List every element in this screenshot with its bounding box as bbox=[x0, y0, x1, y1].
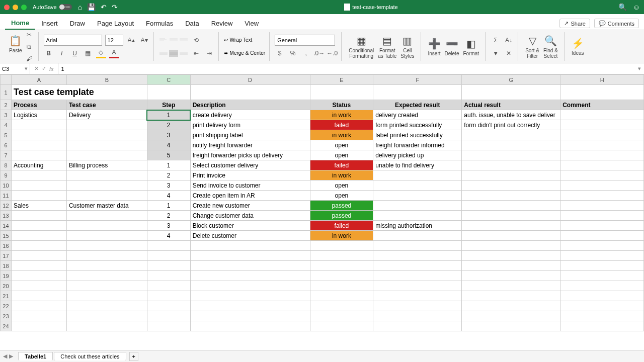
sheet-title[interactable]: Test case template bbox=[11, 85, 147, 100]
cell[interactable] bbox=[373, 201, 462, 211]
table-header[interactable]: Step bbox=[147, 100, 190, 110]
bold-button[interactable]: B bbox=[44, 48, 54, 58]
tab-insert[interactable]: Insert bbox=[35, 18, 64, 29]
redo-icon[interactable]: ↷ bbox=[112, 3, 118, 11]
table-header[interactable]: Status bbox=[310, 100, 373, 110]
row-header[interactable]: 20 bbox=[1, 281, 12, 291]
autosave-toggle[interactable]: AutoSave OFF bbox=[33, 4, 72, 10]
row-header[interactable]: 5 bbox=[1, 130, 12, 140]
cell[interactable] bbox=[66, 211, 147, 221]
cell[interactable]: 3 bbox=[147, 180, 190, 191]
cell[interactable]: 1 bbox=[147, 160, 190, 170]
cell[interactable] bbox=[11, 130, 66, 140]
cell[interactable] bbox=[560, 291, 644, 301]
cell[interactable] bbox=[190, 311, 310, 321]
column-header-G[interactable]: G bbox=[462, 75, 560, 85]
cell[interactable] bbox=[66, 301, 147, 311]
cell[interactable] bbox=[147, 241, 190, 251]
cell[interactable]: 2 bbox=[147, 170, 190, 180]
formula-input[interactable]: 1 bbox=[58, 66, 635, 72]
cell[interactable] bbox=[373, 231, 462, 241]
cell[interactable] bbox=[190, 271, 310, 281]
cell[interactable]: Customer master data bbox=[66, 201, 147, 211]
cell[interactable] bbox=[560, 180, 644, 191]
ideas-button[interactable]: ⚡Ideas bbox=[570, 32, 586, 61]
cell[interactable] bbox=[11, 301, 66, 311]
cell[interactable] bbox=[462, 231, 560, 241]
cell[interactable] bbox=[190, 241, 310, 251]
cell[interactable]: Select customer delivery bbox=[190, 160, 310, 170]
sort-az-icon[interactable]: A↓ bbox=[504, 35, 514, 45]
cell[interactable] bbox=[11, 191, 66, 201]
cell[interactable] bbox=[462, 221, 560, 231]
paste-button[interactable]: 📋Paste bbox=[7, 30, 24, 59]
cell[interactable]: 3 bbox=[147, 130, 190, 140]
cell[interactable] bbox=[560, 311, 644, 321]
status-cell[interactable]: passed bbox=[310, 211, 373, 221]
delete-cells-button[interactable]: ➖Delete bbox=[443, 32, 461, 61]
align-right[interactable] bbox=[179, 50, 188, 57]
align-top-center[interactable] bbox=[169, 37, 178, 44]
tab-view[interactable]: View bbox=[238, 18, 265, 29]
cell[interactable] bbox=[66, 191, 147, 201]
row-header[interactable]: 1 bbox=[1, 85, 12, 100]
enter-formula-icon[interactable]: ✓ bbox=[42, 65, 46, 72]
cell[interactable]: 1 bbox=[147, 110, 190, 120]
cell[interactable] bbox=[190, 291, 310, 301]
cell[interactable]: Print invoice bbox=[190, 170, 310, 180]
cell[interactable]: 4 bbox=[147, 191, 190, 201]
add-sheet-button[interactable]: + bbox=[129, 352, 138, 361]
cell[interactable]: label printed successfully bbox=[373, 130, 462, 140]
cell[interactable] bbox=[462, 201, 560, 211]
column-header-E[interactable]: E bbox=[310, 75, 373, 85]
cell[interactable]: Block customer bbox=[190, 221, 310, 231]
row-header[interactable]: 21 bbox=[1, 291, 12, 301]
cell[interactable]: delivery picked up bbox=[373, 150, 462, 160]
decrease-decimal-icon[interactable]: ←.0 bbox=[327, 48, 337, 58]
cell[interactable] bbox=[373, 291, 462, 301]
cell[interactable] bbox=[310, 261, 373, 271]
status-cell[interactable]: in work bbox=[310, 170, 373, 180]
cell[interactable] bbox=[190, 281, 310, 291]
row-header[interactable]: 24 bbox=[1, 321, 12, 331]
cell[interactable] bbox=[190, 261, 310, 271]
cell[interactable] bbox=[66, 291, 147, 301]
cell[interactable] bbox=[462, 211, 560, 221]
cell[interactable]: 2 bbox=[147, 211, 190, 221]
insert-cells-button[interactable]: ➕Insert bbox=[426, 32, 443, 61]
cell[interactable] bbox=[66, 180, 147, 191]
cell[interactable] bbox=[560, 201, 644, 211]
cell[interactable] bbox=[462, 191, 560, 201]
cell[interactable]: Delete customer bbox=[190, 231, 310, 241]
row-header[interactable]: 2 bbox=[1, 100, 12, 110]
table-header[interactable]: Actual result bbox=[462, 100, 560, 110]
cell[interactable] bbox=[462, 140, 560, 150]
autosum-icon[interactable]: Σ bbox=[491, 35, 501, 45]
cell-styles-button[interactable]: ▥Cell Styles bbox=[398, 32, 416, 61]
cell[interactable] bbox=[373, 251, 462, 261]
cell[interactable]: Billing process bbox=[66, 160, 147, 170]
column-header-A[interactable]: A bbox=[11, 75, 66, 85]
cell[interactable] bbox=[373, 85, 462, 100]
clear-icon[interactable]: ✕ bbox=[504, 48, 514, 58]
cell[interactable] bbox=[147, 85, 190, 100]
cell[interactable]: create delivery bbox=[190, 110, 310, 120]
font-name-select[interactable] bbox=[44, 35, 102, 46]
cell[interactable] bbox=[310, 291, 373, 301]
row-header[interactable]: 12 bbox=[1, 201, 12, 211]
status-cell[interactable]: passed bbox=[310, 201, 373, 211]
autosave-switch[interactable]: OFF bbox=[59, 4, 72, 10]
cell[interactable] bbox=[560, 261, 644, 271]
select-all-cell[interactable] bbox=[1, 75, 12, 85]
cell[interactable] bbox=[560, 191, 644, 201]
cell[interactable] bbox=[560, 281, 644, 291]
cell[interactable] bbox=[560, 85, 644, 100]
cell[interactable] bbox=[147, 251, 190, 261]
row-header[interactable]: 23 bbox=[1, 311, 12, 321]
cell[interactable] bbox=[11, 251, 66, 261]
cell[interactable]: Logistics bbox=[11, 110, 66, 120]
cell[interactable] bbox=[462, 241, 560, 251]
cell[interactable] bbox=[462, 160, 560, 170]
cell[interactable] bbox=[11, 291, 66, 301]
cell[interactable] bbox=[11, 170, 66, 180]
